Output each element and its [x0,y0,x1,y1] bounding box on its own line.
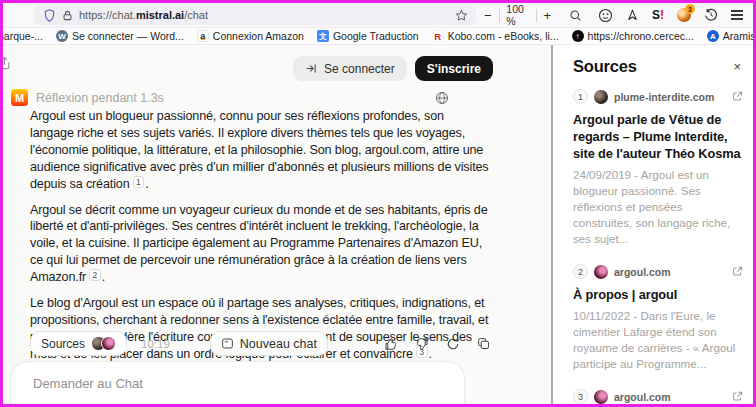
origami-extension-icon[interactable] [626,8,639,22]
source-card[interactable]: 3 argoul.com Ecrire et publier sur le ne… [573,389,745,404]
assistant-status: Réflexion pendant 1.3s [36,91,164,105]
close-icon[interactable]: × [733,60,741,73]
source-index-badge: 1 [573,89,588,104]
signup-button[interactable]: S'inscrire [415,56,493,81]
history-icon[interactable] [704,8,718,22]
message-paragraph: Argoul est un blogueur passionné, connu … [30,108,490,193]
zoom-out-button[interactable]: − [484,9,492,22]
address-bar[interactable]: https://chat.mistral.ai/chat [35,6,476,25]
zoom-in-button[interactable]: + [543,9,551,22]
message-paragraph: Argoul se décrit comme un voyageur curie… [30,202,490,287]
source-domain: argoul.com [614,266,671,278]
chat-input-card [10,361,465,404]
bookmark-star-icon[interactable] [455,9,468,22]
bookmarks-bar: narque-... WSe connecter — Word... aConn… [3,28,753,45]
source-title[interactable]: À propos | argoul [573,286,745,303]
sources-panel: Sources × 1 plume-interdite.com Argoul p… [553,45,753,404]
browser-toolbar: https://chat.mistral.ai/chat − 100 % + S… [3,3,753,28]
bookmark-item-chrono[interactable]: ↑https://chrono.cercec... [572,30,694,42]
account-extension-icon[interactable] [598,8,613,23]
source-snippet: 24/09/2019 - Argoul est un blogueur pass… [573,167,745,247]
source-favicon-argoul [101,336,116,351]
aramisauto-icon: A [707,30,719,42]
bookmark-item-wordpress[interactable]: WSe connecter — Word... [56,30,184,42]
shield-icon[interactable] [43,9,56,22]
sources-button[interactable]: Sources [30,331,127,356]
source-title[interactable]: Argoul parle de Vêtue de regards – Plume… [573,111,745,162]
new-chat-button[interactable]: Nouveau chat [210,331,328,356]
browser-window: https://chat.mistral.ai/chat − 100 % + S… [0,0,756,407]
source-card[interactable]: 2 argoul.com À propos | argoul 10/11/202… [573,264,745,372]
search-icon[interactable] [569,9,582,22]
chat-input[interactable] [31,375,355,392]
bookmark-item[interactable]: narque-... [0,30,43,42]
source-index-badge: 2 [573,264,588,279]
external-link-icon[interactable] [732,91,743,102]
bookmark-item-google-translate[interactable]: 文Google Traduction [317,30,419,42]
thumbs-down-icon[interactable] [415,337,429,351]
argoul-favicon [594,390,608,404]
wordpress-icon: W [56,30,68,42]
chat-main-area: Se connecter S'inscrire M Réflexion pend… [3,45,553,404]
regenerate-icon[interactable] [446,337,460,351]
source-index-badge: 3 [573,389,588,404]
s-extension-icon[interactable]: S! [652,8,664,22]
login-arrow-icon [305,62,318,75]
lock-icon[interactable] [62,10,73,21]
chat-bubble-icon [221,337,234,350]
google-translate-icon: 文 [317,30,329,42]
divider [499,9,500,22]
thumbs-up-icon[interactable] [384,337,398,351]
menu-icon[interactable] [731,10,743,20]
login-button[interactable]: Se connecter [293,56,407,81]
amazon-icon: a [197,30,209,42]
chrono-icon: ↑ [572,30,584,42]
source-domain: argoul.com [614,391,671,403]
share-icon[interactable] [3,55,12,71]
argoul-favicon [594,265,608,279]
citation-badge[interactable]: 2 [89,269,101,281]
divider [536,9,537,22]
source-domain: plume-interdite.com [614,91,714,103]
extension-badge: 3 [685,4,695,14]
kobo-icon: R [432,30,444,42]
external-link-icon[interactable] [732,391,743,402]
mistral-logo: M [11,89,28,106]
source-snippet: 10/11/2022 - Dans l'Eure, le cimentier L… [573,308,745,372]
bookmark-item-kobo[interactable]: RKobo.com - eBooks, li... [432,30,559,42]
bookmark-item-amazon[interactable]: aConnexion Amazon [197,30,304,42]
citation-badge[interactable]: 1 [133,176,145,188]
source-card[interactable]: 1 plume-interdite.com Argoul parle de Vê… [573,89,745,247]
copy-icon[interactable] [477,337,490,350]
sources-panel-title: Sources [573,57,637,76]
globe-icon[interactable] [435,91,449,105]
bookmark-item-aramisauto[interactable]: AAramisauto Voitures n... [707,30,756,42]
notification-extension-icon[interactable]: 3 [677,8,691,22]
message-timestamp: 10:19 [141,338,170,350]
zoom-level[interactable]: 100 % [506,3,528,27]
url-text: https://chat.mistral.ai/chat [79,9,208,21]
plume-interdite-favicon [594,90,608,104]
external-link-icon[interactable] [732,266,743,277]
